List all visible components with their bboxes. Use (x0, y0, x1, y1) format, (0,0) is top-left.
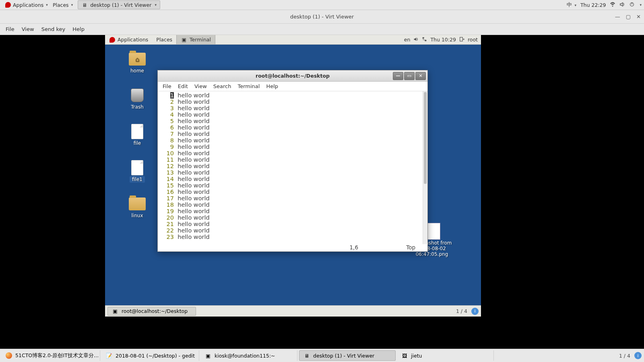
desktop-icon-file1[interactable]: file1 (121, 160, 153, 182)
desktop-icon-linux[interactable]: linux (121, 197, 153, 218)
host-tray: 中 ▾ Thu 22:29 ▾ (567, 2, 642, 8)
host-taskbar-item[interactable]: 51CTO博客2.0-原创IT技术文章分… (2, 350, 100, 361)
maximize-button[interactable]: ▭ (404, 72, 415, 80)
minimize-button[interactable]: — (393, 72, 403, 80)
info-icon[interactable]: i (634, 352, 642, 359)
app-icon: 🖥 (303, 352, 310, 359)
scrollbar[interactable] (423, 91, 427, 244)
host-clock[interactable]: Thu 22:29 (580, 2, 606, 8)
terminal-titlebar[interactable]: root@localhost:~/Desktop — ▭ ✕ (158, 70, 427, 82)
app-icon: 📝 (106, 352, 112, 359)
term-menu-search[interactable]: Search (213, 83, 231, 89)
host-applications-menu[interactable]: Applications ▾ (2, 1, 50, 9)
desktop-icon-label: Trash (131, 104, 144, 110)
task-label: 51CTO博客2.0-原创IT技术文章分… (15, 352, 99, 359)
terminal-window: root@localhost:~/Desktop — ▭ ✕ File Edit… (157, 70, 428, 252)
host-bottom-panel: 51CTO博客2.0-原创IT技术文章分…📝2018-08-01 (~/Desk… (0, 349, 644, 362)
desktop-icon-file[interactable]: file (121, 124, 153, 146)
guest-places-label: Places (156, 37, 172, 43)
power-icon[interactable] (629, 2, 635, 8)
close-button[interactable]: ✕ (636, 14, 641, 20)
guest-user-label[interactable]: root (468, 37, 478, 43)
chevron-down-icon: ▾ (46, 3, 48, 7)
guest-taskbar-item[interactable]: ▣ root@localhost:~/Desktop (107, 307, 196, 316)
redhat-icon (5, 2, 11, 8)
chevron-down-icon[interactable]: ▾ (640, 3, 642, 7)
virt-viewer-title: desktop (1) - Virt Viewer (290, 14, 354, 20)
logout-icon[interactable] (459, 37, 464, 43)
virt-viewer-content: Applications Places ▣ Terminal en Thu 10… (0, 35, 644, 349)
desktop-icon-label: file (134, 140, 141, 146)
guest-top-panel: Applications Places ▣ Terminal en Thu 10… (105, 35, 481, 45)
desktop-icon-label: file1 (130, 176, 145, 183)
volume-icon[interactable] (619, 2, 625, 8)
host-taskbar-item[interactable]: 📝2018-08-01 (~/Desktop) - gedit (102, 350, 199, 361)
task-label: kiosk@foundation115:~ (215, 353, 275, 359)
term-menu-edit[interactable]: Edit (178, 83, 188, 89)
guest-applications-label: Applications (118, 37, 148, 43)
network-icon[interactable] (422, 37, 427, 43)
terminal-body[interactable]: 1 hello world 2 hello world 3 hello worl… (158, 91, 427, 251)
virt-viewer-titlebar[interactable]: desktop (1) - Virt Viewer — ▢ ✕ (0, 10, 644, 24)
host-places-menu[interactable]: Places ▾ (50, 1, 75, 9)
guest-top-task[interactable]: ▣ Terminal (176, 35, 215, 44)
host-top-task-label: desktop (1) - Virt Viewer (90, 2, 151, 8)
host-applications-label: Applications (13, 2, 43, 8)
virt-viewer-menubar: File View Send key Help (0, 24, 644, 35)
virt-viewer-window: desktop (1) - Virt Viewer — ▢ ✕ File Vie… (0, 10, 644, 349)
desktop-icon-trash[interactable]: Trash (121, 88, 153, 110)
maximize-button[interactable]: ▢ (626, 14, 631, 20)
host-taskbar-item[interactable]: ▣kiosk@foundation115:~ (201, 350, 297, 361)
chevron-down-icon: ▾ (71, 3, 73, 7)
scrollbar-thumb[interactable] (424, 92, 427, 184)
desktop-icon-label: home (130, 68, 144, 74)
ime-indicator[interactable]: 中 ▾ (567, 2, 576, 8)
app-icon (6, 352, 12, 359)
host-workspace-indicator[interactable]: 1 / 4 (615, 353, 634, 359)
svg-rect-2 (423, 37, 424, 38)
volume-icon[interactable] (413, 37, 419, 43)
guest-desktop[interactable]: Applications Places ▣ Terminal en Thu 10… (105, 35, 481, 317)
task-label: 2018-08-01 (~/Desktop) - gedit (116, 353, 195, 359)
terminal-statusbar: 1,6 Top (158, 244, 423, 251)
trash-icon (131, 88, 144, 102)
terminal-title: root@localhost:~/Desktop (256, 73, 330, 79)
host-top-task[interactable]: 🖥 desktop (1) - Virt Viewer ▾ (78, 0, 160, 9)
host-top-panel: Applications ▾ Places ▾ 🖥 desktop (1) - … (0, 0, 644, 10)
guest-applications-menu[interactable]: Applications (105, 37, 152, 43)
close-button[interactable]: ✕ (415, 72, 426, 80)
status-mode: Top (406, 244, 415, 251)
monitor-icon: 🖥 (81, 2, 88, 8)
chevron-down-icon: ▾ (155, 3, 157, 7)
task-label: desktop (1) - Virt Viewer (313, 353, 374, 359)
terminal-menubar: File Edit View Search Terminal Help (158, 82, 427, 91)
desktop-icon-home[interactable]: ⌂ home (121, 52, 153, 74)
app-icon: 🖼 (401, 352, 408, 359)
vv-menu-help[interactable]: Help (72, 26, 85, 32)
vv-menu-file[interactable]: File (6, 26, 14, 32)
guest-places-menu[interactable]: Places (152, 37, 176, 43)
guest-tray: en Thu 10:29 root (404, 37, 481, 43)
guest-clock[interactable]: Thu 10:29 (430, 37, 456, 43)
vv-menu-sendkey[interactable]: Send key (41, 26, 66, 32)
term-menu-file[interactable]: File (163, 83, 171, 89)
terminal-content: 1 hello world 2 hello world 3 hello worl… (160, 92, 210, 251)
vv-menu-view[interactable]: View (22, 26, 34, 32)
folder-icon (129, 197, 146, 210)
task-label: jietu (411, 353, 422, 359)
info-icon[interactable]: i (471, 308, 479, 315)
minimize-button[interactable]: — (615, 14, 620, 20)
term-menu-help[interactable]: Help (266, 83, 278, 89)
host-taskbar-item[interactable]: 🖼jietu (397, 350, 494, 361)
terminal-icon: ▣ (112, 308, 118, 315)
guest-lang-indicator[interactable]: en (404, 37, 411, 43)
file-icon (131, 124, 143, 139)
host-places-label: Places (53, 2, 69, 8)
app-icon: ▣ (205, 352, 211, 359)
guest-bottom-panel: ▣ root@localhost:~/Desktop 1 / 4 i (105, 305, 481, 317)
host-taskbar-item[interactable]: 🖥desktop (1) - Virt Viewer (299, 350, 396, 361)
wifi-icon[interactable] (610, 2, 615, 8)
guest-workspace-indicator[interactable]: 1 / 4 (452, 308, 471, 314)
term-menu-terminal[interactable]: Terminal (237, 83, 260, 89)
term-menu-view[interactable]: View (194, 83, 207, 89)
